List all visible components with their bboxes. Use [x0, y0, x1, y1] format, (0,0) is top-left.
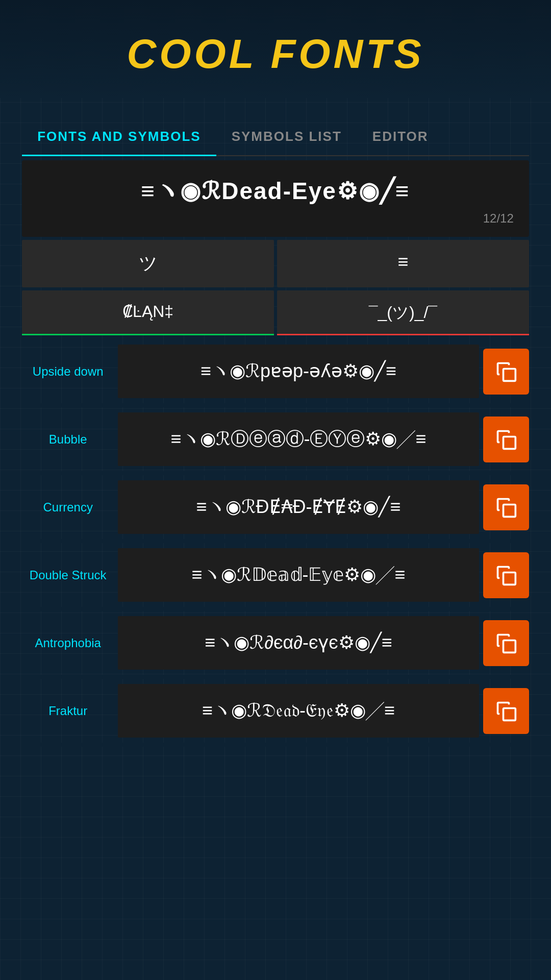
font-preview-upside-down: ≡ヽ◉ℛpɐǝp-ǝʎǝ⚙◉╱≡ [118, 345, 479, 398]
copy-btn-bubble[interactable] [483, 416, 529, 462]
app-container: COOL FONTS FONTS AND SYMBOLS SYMBOLS LIS… [0, 0, 551, 980]
copy-icon-antrophobia [495, 632, 517, 654]
copy-btn-antrophobia[interactable] [483, 620, 529, 666]
quick-symbols: ツ ≡ [22, 240, 529, 287]
font-row-double-struck: Double Struck ≡ヽ◉ℛ𝔻𝕖𝕒𝕕-𝔼𝕪𝕖⚙◉╱≡ [22, 548, 529, 602]
font-label-bubble: Bubble [22, 432, 114, 447]
copy-icon-double-struck [495, 564, 517, 586]
tab-fonts-symbols[interactable]: FONTS AND SYMBOLS [22, 118, 216, 156]
font-row-bubble: Bubble ≡ヽ◉ℛⒹⓔⓐⓓ-ⒺⓎⓔ⚙◉╱≡ [22, 412, 529, 466]
font-preview-antrophobia: ≡ヽ◉ℛ∂єα∂-єүє⚙◉╱≡ [118, 616, 479, 670]
font-label-double-struck: Double Struck [22, 568, 114, 582]
tab-editor[interactable]: EDITOR [357, 118, 444, 155]
font-preview-currency: ≡ヽ◉ℛĐɆ₳Đ-ɆɎɆ⚙◉╱≡ [118, 480, 479, 534]
svg-rect-5 [503, 708, 515, 720]
svg-rect-0 [503, 369, 515, 381]
svg-rect-2 [503, 504, 515, 517]
copy-icon-fraktur [495, 700, 517, 722]
font-preview-fraktur: ≡ヽ◉ℛ𝔇𝔢𝔞𝔡-𝔈𝔶𝔢⚙◉╱≡ [118, 684, 479, 738]
svg-rect-1 [503, 436, 515, 449]
symbol-btn-2[interactable]: ≡ [277, 240, 529, 287]
preview-counter: 12/12 [32, 207, 519, 232]
font-row-antrophobia: Antrophobia ≡ヽ◉ℛ∂єα∂-єүє⚙◉╱≡ [22, 616, 529, 670]
main-content: FONTS AND SYMBOLS SYMBOLS LIST EDITOR ≡ヽ… [22, 118, 529, 747]
font-label-currency: Currency [22, 500, 114, 514]
svg-rect-3 [503, 572, 515, 584]
font-label-fraktur: Fraktur [22, 704, 114, 718]
copy-icon-currency [495, 496, 517, 519]
copy-icon-bubble [495, 428, 517, 451]
separator-3 [22, 539, 529, 543]
font-label-upside-down: Upside down [22, 364, 114, 379]
app-title: COOL FONTS [0, 31, 551, 78]
preview-box: ≡ヽ◉ℛDead-Eye⚙◉╱≡ 12/12 [22, 160, 529, 237]
copy-btn-currency[interactable] [483, 484, 529, 530]
copy-icon [495, 360, 517, 383]
copy-btn-fraktur[interactable] [483, 688, 529, 734]
separator-2 [22, 471, 529, 475]
font-list: Upside down ≡ヽ◉ℛpɐǝp-ǝʎǝ⚙◉╱≡ Bubble ≡ヽ◉ℛ… [22, 345, 529, 747]
copy-btn-double-struck[interactable] [483, 552, 529, 598]
styled-btn-1[interactable]: ₡ĿĄN‡ [22, 290, 274, 335]
font-preview-bubble: ≡ヽ◉ℛⒹⓔⓐⓓ-ⒺⓎⓔ⚙◉╱≡ [118, 412, 479, 466]
tab-symbols-list[interactable]: SYMBOLS LIST [216, 118, 357, 155]
copy-btn-upside-down[interactable] [483, 349, 529, 395]
font-row-fraktur: Fraktur ≡ヽ◉ℛ𝔇𝔢𝔞𝔡-𝔈𝔶𝔢⚙◉╱≡ [22, 684, 529, 738]
font-row-upside-down: Upside down ≡ヽ◉ℛpɐǝp-ǝʎǝ⚙◉╱≡ [22, 345, 529, 398]
separator-1 [22, 403, 529, 407]
separator-5 [22, 675, 529, 679]
separator-4 [22, 607, 529, 611]
preview-text: ≡ヽ◉ℛDead-Eye⚙◉╱≡ [32, 176, 519, 207]
separator-6 [22, 743, 529, 747]
styled-btn-2[interactable]: ¯_(ツ)_/¯ [277, 290, 529, 335]
svg-rect-4 [503, 640, 515, 652]
tabs-bar: FONTS AND SYMBOLS SYMBOLS LIST EDITOR [22, 118, 529, 156]
font-preview-double-struck: ≡ヽ◉ℛ𝔻𝕖𝕒𝕕-𝔼𝕪𝕖⚙◉╱≡ [118, 548, 479, 602]
symbol-btn-1[interactable]: ツ [22, 240, 274, 287]
font-row-currency: Currency ≡ヽ◉ℛĐɆ₳Đ-ɆɎɆ⚙◉╱≡ [22, 480, 529, 534]
header: COOL FONTS [0, 0, 551, 98]
styled-row: ₡ĿĄN‡ ¯_(ツ)_/¯ [22, 290, 529, 335]
font-label-antrophobia: Antrophobia [22, 636, 114, 650]
